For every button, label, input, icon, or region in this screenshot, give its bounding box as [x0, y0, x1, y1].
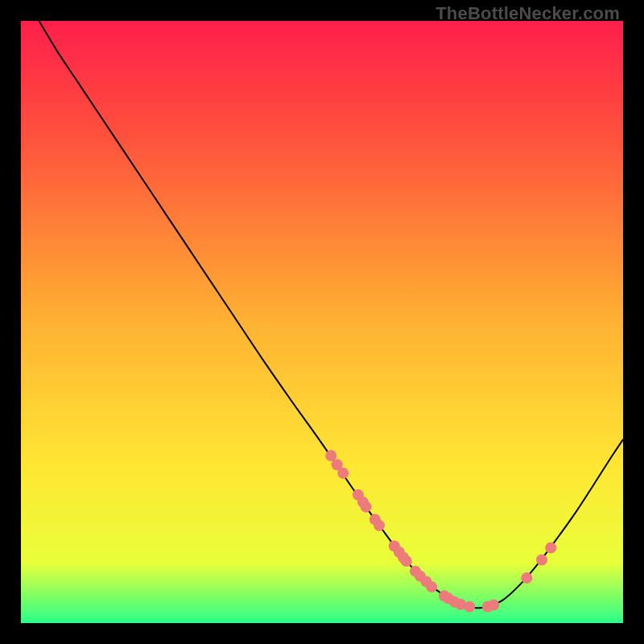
outer-frame: TheBottleNecker.com: [0, 0, 644, 644]
data-point-marker: [374, 520, 385, 531]
chart-background: [21, 21, 623, 623]
data-point-marker: [545, 543, 556, 554]
data-point-marker: [521, 572, 532, 584]
data-point-marker: [488, 600, 499, 611]
data-point-marker: [464, 601, 475, 613]
data-point-marker: [401, 555, 412, 567]
data-point-marker: [426, 581, 437, 592]
chart-svg: [21, 21, 623, 623]
data-point-marker: [337, 468, 349, 479]
data-point-marker: [361, 502, 372, 513]
plot-area: [21, 21, 623, 623]
watermark-text: TheBottleNecker.com: [436, 3, 620, 24]
data-point-marker: [536, 554, 547, 565]
